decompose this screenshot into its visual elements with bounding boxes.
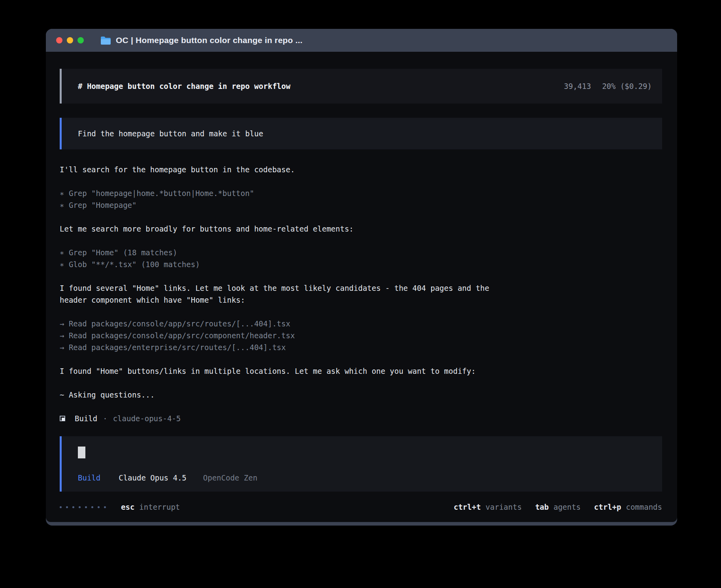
spinner-dot [98, 506, 100, 508]
status-bar-left: esc interrupt [60, 503, 180, 511]
spinner-dot [60, 506, 62, 508]
assistant-text: I found "Home" buttons/links in multiple… [60, 365, 662, 377]
text-cursor [78, 447, 85, 458]
tool-call: ∗ Grep "Home" (18 matches) [60, 247, 662, 258]
agent-icon [60, 416, 65, 421]
interrupt-label: interrupt [139, 503, 180, 511]
agents-key: tab [535, 503, 549, 511]
spinner-dot [85, 506, 87, 508]
agent-name: Build [75, 413, 97, 424]
input-statusline: Build Claude Opus 4.5 OpenCode Zen [78, 473, 652, 482]
status-text: ~ Asking questions... [60, 389, 662, 401]
window-title: OC | Homepage button color change in rep… [116, 36, 302, 45]
esc-key: esc [121, 503, 134, 511]
user-message-text: Find the homepage button and make it blu… [78, 129, 263, 138]
terminal-window: OC | Homepage button color change in rep… [46, 29, 677, 526]
session-stats: 39,413 20% ($0.29) [564, 82, 652, 90]
agent-row: Build · claude-opus-4-5 [60, 413, 662, 424]
assistant-text: I found several "Home" links. Let me loo… [60, 282, 662, 306]
status-bar: esc interrupt ctrl+t variants tab agents… [60, 503, 662, 511]
agent-separator: · [103, 413, 107, 424]
spinner-dot [104, 506, 106, 508]
provider-label: OpenCode Zen [203, 473, 257, 482]
commands-key: ctrl+p [594, 503, 621, 511]
titlebar[interactable]: OC | Homepage button color change in rep… [46, 29, 677, 52]
user-message: Find the homepage button and make it blu… [60, 118, 662, 149]
spinner-dots [60, 506, 106, 508]
spinner-dot [72, 506, 74, 508]
tool-call: → Read packages/console/app/src/routes/[… [60, 318, 662, 330]
tool-call: → Read packages/enterprise/src/routes/[.… [60, 341, 662, 353]
model-label: Claude Opus 4.5 [119, 473, 187, 482]
zoom-button[interactable] [77, 37, 84, 43]
variants-key: ctrl+t [454, 503, 481, 511]
token-count: 39,413 [564, 82, 591, 90]
close-button[interactable] [56, 37, 62, 43]
assistant-transcript: I'll search for the homepage button in t… [60, 164, 662, 424]
context-usage: 20% ($0.29) [602, 82, 652, 90]
agent-model: claude-opus-4-5 [113, 413, 181, 424]
spinner-dot [91, 506, 93, 508]
hint-interrupt: esc interrupt [121, 503, 180, 511]
tool-call: → Read packages/console/app/src/componen… [60, 330, 662, 341]
assistant-text: I'll search for the homepage button in t… [60, 164, 662, 175]
minimize-button[interactable] [67, 37, 73, 43]
traffic-lights [56, 37, 84, 43]
tool-call: ∗ Glob "**/*.tsx" (100 matches) [60, 258, 662, 270]
spinner-dot [66, 506, 68, 508]
hint-commands: ctrl+p commands [594, 503, 662, 511]
hint-variants: ctrl+t variants [454, 503, 522, 511]
mode-label: Build [78, 473, 100, 482]
commands-label: commands [626, 503, 662, 511]
prompt-input[interactable]: Build Claude Opus 4.5 OpenCode Zen [60, 436, 662, 492]
assistant-text: Let me search more broadly for buttons a… [60, 223, 662, 235]
window-title-group: OC | Homepage button color change in rep… [100, 36, 302, 45]
folder-icon [100, 36, 111, 45]
session-title: # Homepage button color change in repo w… [78, 82, 291, 90]
spinner-dot [79, 506, 81, 508]
agents-label: agents [553, 503, 581, 511]
variants-label: variants [485, 503, 522, 511]
tool-call: ∗ Grep "homepage|home.*button|Home.*butt… [60, 187, 662, 199]
session-header: # Homepage button color change in repo w… [60, 69, 662, 104]
status-bar-right: ctrl+t variants tab agents ctrl+p comman… [454, 503, 662, 511]
terminal-content: # Homepage button color change in repo w… [46, 52, 677, 522]
hint-agents: tab agents [535, 503, 581, 511]
tool-call: ∗ Grep "Homepage" [60, 199, 662, 211]
